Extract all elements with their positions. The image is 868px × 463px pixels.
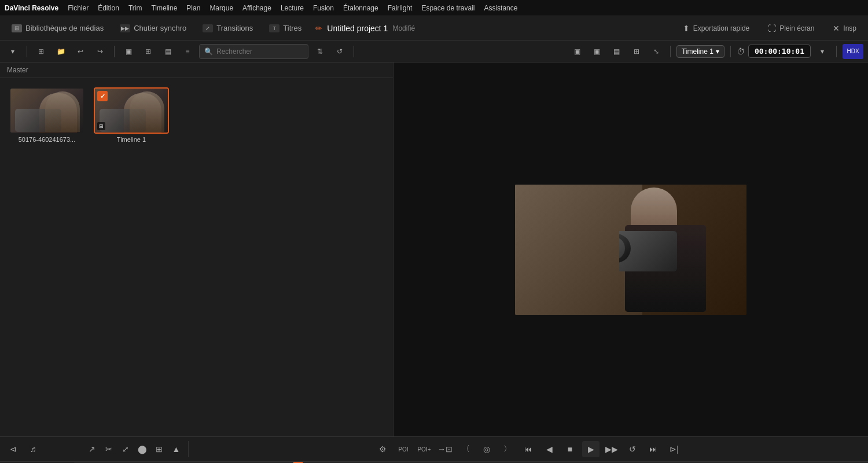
shuttle-fwd-btn[interactable]: 〉 <box>499 441 516 457</box>
modified-label: Modifié <box>392 24 415 32</box>
menu-item-fairlight[interactable]: Fairlight <box>388 4 413 12</box>
menu-item-affichage[interactable]: Affichage <box>242 4 271 12</box>
thumb-bg-1 <box>10 89 84 134</box>
new-folder-btn[interactable]: 📁 <box>53 44 69 59</box>
pencil-icon: ✏ <box>315 24 322 33</box>
menu-item-timeline[interactable]: Timeline <box>151 4 177 12</box>
goto-end-btn[interactable]: ⏭ <box>645 441 662 457</box>
rewind-btn[interactable]: ◀ <box>540 441 558 457</box>
media-item-1[interactable]: 50176-460241673... <box>9 87 84 143</box>
tab-transitions[interactable]: ⤢ Transitions <box>196 20 260 36</box>
timecode-display: 00:00:10:01 <box>748 45 811 58</box>
timeline-name: Timeline 1 <box>682 47 713 56</box>
jog-circle-btn[interactable]: ◎ <box>478 441 495 457</box>
sep1 <box>27 46 27 57</box>
export-button[interactable]: ⬆ Exportation rapide <box>676 21 756 36</box>
inspect-button[interactable]: ✕ Insp <box>826 21 863 36</box>
menu-item-lecture[interactable]: Lecture <box>281 4 304 12</box>
clock-icon: ⏱ <box>737 47 745 56</box>
snap-btn[interactable]: ⊲ <box>5 441 22 457</box>
source-btn[interactable]: ▣ <box>569 44 586 59</box>
fullscreen-icon: ⛶ <box>768 24 776 33</box>
marker-btn[interactable]: ▲ <box>169 441 183 457</box>
thumb-img-2: ✓ ⊞ <box>94 87 169 134</box>
menu-item-assistance[interactable]: Assistance <box>484 4 517 12</box>
menu-item-plan[interactable]: Plan <box>186 4 200 12</box>
media-item-2-label: Timeline 1 <box>117 136 146 143</box>
search-input[interactable] <box>216 47 303 56</box>
menu-bar: DaVinci ResolveFichierÉditionTrimTimelin… <box>0 0 868 16</box>
last-frame-btn[interactable]: ⊳| <box>665 441 683 457</box>
play-btn[interactable]: ▶ <box>582 441 599 457</box>
titles-icon: T <box>269 24 279 32</box>
settings-clip-btn[interactable]: ⚙ <box>374 441 391 457</box>
quad-btn[interactable]: ⊞ <box>628 44 645 59</box>
view-grid-btn[interactable]: ⊞ <box>140 44 156 59</box>
menu-item-trim[interactable]: Trim <box>128 4 142 12</box>
view-storyboard-btn[interactable]: ▣ <box>120 44 137 59</box>
menu-item-fusion[interactable]: Fusion <box>313 4 334 12</box>
refresh-btn[interactable]: ↺ <box>332 44 348 59</box>
split-btn[interactable]: ▤ <box>609 44 625 59</box>
menu-item-espace-de-travail[interactable]: Espace de travail <box>421 4 475 12</box>
sep3 <box>354 46 354 57</box>
slip-btn[interactable]: ⤢ <box>118 441 133 457</box>
sort-btn[interactable]: ⇅ <box>312 44 328 59</box>
tc-format-btn[interactable]: ▾ <box>814 44 830 59</box>
poi-add-btn[interactable]: POI+ <box>415 441 433 457</box>
menu-item-étalonnage[interactable]: Étalonnage <box>343 4 378 12</box>
zoom-btn[interactable]: ⤡ <box>648 44 664 59</box>
preview-video <box>515 185 746 315</box>
ripple-btn[interactable]: ♬ <box>24 441 42 457</box>
view-list-btn[interactable]: ≡ <box>179 44 196 59</box>
media-item-2[interactable]: ✓ ⊞ Timeline 1 <box>94 87 169 143</box>
inspect-icon: ✕ <box>833 24 840 33</box>
to-clip-btn[interactable]: →⊡ <box>436 441 454 457</box>
thumb-img-1 <box>9 87 84 134</box>
project-title-area: ✏ Untitled project 1 Modifié <box>315 24 415 33</box>
sep5 <box>730 46 731 57</box>
thumb-grid-icon: ⊞ <box>97 122 105 130</box>
timeline-selector[interactable]: Timeline 1 ▾ <box>676 45 724 58</box>
toolbar2-right: ▣ ▣ ▤ ⊞ ⤡ Timeline 1 ▾ ⏱ 00:00:10:01 ▾ H… <box>569 44 863 59</box>
chevron-down-icon: ▾ <box>716 47 719 56</box>
project-title: Untitled project 1 <box>327 24 388 33</box>
move-btn[interactable]: ✂ <box>101 441 116 457</box>
controls-bar: ⊲ ♬ ↗ ✂ ⤢ ⬤ ⊞ ▲ ⚙ POI POI+ →⊡ 〈 ◎ 〉 ⏮ ◀ … <box>0 436 868 462</box>
blade-btn[interactable]: ⬤ <box>135 441 150 457</box>
menu-item-fichier[interactable]: Fichier <box>68 4 89 12</box>
view-filmstrip-btn[interactable]: ▤ <box>160 44 176 59</box>
prev-frame-btn[interactable]: 〈 <box>457 441 475 457</box>
goto-start-btn[interactable]: ⏮ <box>520 441 537 457</box>
menu-item-davinci-resolve[interactable]: DaVinci Resolve <box>5 4 58 12</box>
new-bin-btn[interactable]: ⊞ <box>33 44 49 59</box>
transitions-icon: ⤢ <box>203 24 213 32</box>
tab-titles[interactable]: T Titres <box>262 20 308 36</box>
tab-synchro[interactable]: ▶▶ Chutier synchro <box>113 20 193 36</box>
undo-btn[interactable]: ↩ <box>72 44 89 59</box>
fast-fwd-btn[interactable]: ▶▶ <box>603 441 620 457</box>
toolbar2: ▾ ⊞ 📁 ↩ ↪ ▣ ⊞ ▤ ≡ 🔍 ⇅ ↺ ▣ ▣ ▤ ⊞ ⤡ Timeli… <box>0 41 868 63</box>
source2-btn[interactable]: ▣ <box>589 44 605 59</box>
poi-btn[interactable]: POI <box>395 441 412 457</box>
search-box[interactable]: 🔍 <box>199 44 308 59</box>
stop-btn[interactable]: ■ <box>561 441 579 457</box>
zoom-tl-btn[interactable]: ⊞ <box>152 441 167 457</box>
main-layout: Master 50176-460241673... <box>0 63 868 436</box>
menu-item-marque[interactable]: Marque <box>209 4 233 12</box>
loop-btn[interactable]: ↺ <box>624 441 641 457</box>
proxy-btn[interactable]: HDX <box>843 44 863 59</box>
select-mode-btn[interactable]: ↗ <box>84 441 99 457</box>
redo-btn[interactable]: ↪ <box>92 44 108 59</box>
menu-item-édition[interactable]: Édition <box>98 4 119 12</box>
sep2 <box>114 46 115 57</box>
bin-content: 50176-460241673... ✓ ⊞ Timeline 1 <box>0 78 393 152</box>
dropdown-btn[interactable]: ▾ <box>5 44 21 59</box>
synchro-icon: ▶▶ <box>120 24 130 32</box>
export-icon: ⬆ <box>683 24 690 33</box>
tab-media-library[interactable]: ⊞ Bibliothèque de médias <box>5 20 111 36</box>
thumb-check-icon: ✓ <box>97 91 108 101</box>
sep6 <box>836 46 837 57</box>
fullscreen-button[interactable]: ⛶ Plein écran <box>761 21 821 36</box>
preview-panel <box>393 63 868 436</box>
